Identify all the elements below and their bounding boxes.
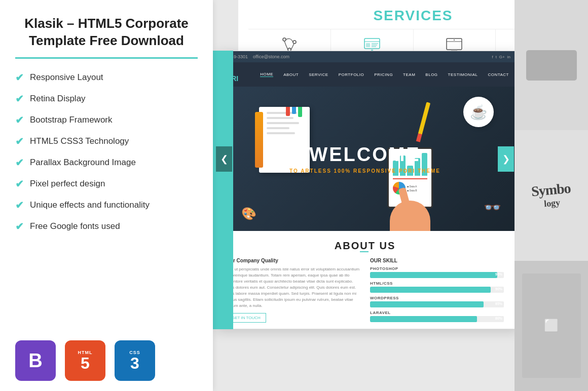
about-grid: Our Company Quality Sed ut perspiciatis … — [226, 258, 504, 325]
nav-portfolio: PORTFOLIO — [339, 72, 364, 77]
skill-pct: 85% — [495, 302, 502, 305]
thumb-placeholder: ⬜ — [522, 273, 581, 378]
notebook-bookmarks — [286, 107, 302, 117]
notebook-line — [267, 127, 289, 129]
nav-blog: BLOG — [425, 72, 437, 77]
list-item: ✔ Unique effects and functionality — [15, 199, 198, 211]
thumb-image-3: ⬜ — [514, 261, 588, 391]
finger-shape — [398, 187, 409, 204]
check-icon: ✔ — [15, 114, 24, 126]
linkedin-icon: in — [507, 55, 510, 59]
notebook-lines — [259, 107, 310, 142]
skill-pct: 80% — [495, 317, 502, 320]
check-icon: ✔ — [15, 71, 24, 84]
hero-text-block: WELCOME TO ARTLESS 100% RESPONSIVE PORI … — [289, 144, 440, 174]
features-list: ✔ Responsive Layout ✔ Retina Display ✔ B… — [15, 71, 198, 232]
nav-contact: CONTACT — [488, 72, 509, 77]
list-item: ✔ Pixel perfect design — [15, 178, 198, 190]
svg-rect-5 — [366, 43, 370, 47]
thumb-image-2: Symbo logy — [514, 130, 588, 260]
about-left: Our Company Quality Sed ut perspiciatis … — [226, 258, 360, 325]
check-icon: ✔ — [15, 135, 24, 147]
skill-row-laravel: LARAVEL 80% — [370, 310, 504, 322]
notebook-line — [267, 122, 299, 124]
left-top: Klasik – HTML5 Corporate Template Free D… — [15, 15, 198, 242]
bookmark-green — [298, 107, 302, 117]
nav-testimonial: TESTIMONIAL — [448, 72, 478, 77]
symbol-text: Symbo logy — [531, 180, 572, 211]
legend-item: ■ Data A — [407, 185, 427, 188]
slider-prev-button[interactable]: ❮ — [216, 146, 232, 172]
skill-bar-bg: 80% — [370, 316, 504, 322]
mockup-about: ABOUT US Our Company Quality Sed ut pers… — [213, 231, 517, 329]
googleplus-icon: G+ — [499, 55, 505, 59]
bookmark-red — [286, 107, 290, 116]
css3-badge: CSS 3 — [115, 340, 155, 381]
skill-row-photoshop: PHOTOSHOP 95% — [370, 266, 504, 278]
thumb-item-3[interactable]: ⬜ — [514, 261, 588, 391]
thumb-image-1 — [514, 0, 588, 130]
list-item: ✔ Free Google fonts used — [15, 220, 198, 232]
check-icon: ✔ — [15, 220, 24, 232]
bootstrap-badge: B — [15, 340, 56, 381]
thumb-keyboard — [526, 50, 577, 81]
skill-pct: 95% — [495, 272, 502, 276]
badges-row: B HTML 5 CSS 3 — [15, 340, 198, 381]
skill-label: LARAVEL — [370, 310, 504, 315]
pie-legend: ■ Data A ■ Data B — [407, 182, 427, 194]
notebook-line — [267, 132, 295, 134]
svg-point-14 — [454, 40, 455, 41]
bootstrap-letter: B — [28, 350, 42, 372]
hero-welcome-text: WELCOME — [289, 144, 440, 166]
thumb-item-1[interactable] — [514, 0, 588, 130]
about-title-text: ABOUT US — [335, 240, 395, 252]
list-item: ✔ Retina Display — [15, 93, 198, 105]
about-title: ABOUT US — [226, 240, 504, 252]
list-item: ✔ Responsive Layout — [15, 71, 198, 84]
notebook-spiral — [255, 112, 263, 168]
about-text: Sed ut perspiciatis unde omnis iste natu… — [226, 266, 360, 309]
skill-row-wordpress: WORDPRESS 85% — [370, 296, 504, 307]
skill-bar-fill — [370, 287, 491, 293]
skill-bar-bg: 85% — [370, 301, 504, 307]
notebook-line — [267, 117, 293, 119]
palette-decoration: 🎨 — [241, 207, 256, 221]
html5-badge: HTML 5 — [65, 340, 105, 381]
nav-team: TEAM — [403, 72, 415, 77]
coffee-cup-decoration: ☕ — [463, 97, 494, 127]
svg-point-0 — [283, 38, 286, 41]
nav-service: SERVICE — [309, 72, 328, 77]
hand-shape — [390, 201, 430, 231]
check-icon: ✔ — [15, 178, 24, 190]
check-icon: ✔ — [15, 157, 24, 169]
skills-col-title: OUR SKILL — [370, 258, 504, 263]
check-icon: ✔ — [15, 93, 24, 105]
skill-pct: 90% — [495, 287, 502, 291]
bookmark-blue — [292, 107, 296, 114]
svg-point-1 — [293, 41, 296, 44]
about-col-title: Our Company Quality — [226, 258, 360, 263]
glasses-decoration: 👓 — [484, 199, 501, 216]
list-item: ✔ HTML5 CSS3 Technology — [15, 135, 198, 147]
mockup-nav: ⌀ PORI HOME ABOUT SERVICE PORTFOLIO PRIC… — [213, 62, 517, 87]
skill-bar-fill — [370, 272, 497, 278]
check-icon: ✔ — [15, 199, 24, 211]
skill-bar-fill — [370, 301, 484, 307]
skill-label: HTML/CSS — [370, 281, 504, 286]
teal-accent-bar — [213, 51, 233, 329]
nav-about: ABOUT — [283, 72, 299, 77]
nav-pricing: PRICING — [374, 72, 393, 77]
thumb-item-2[interactable]: Symbo logy — [514, 130, 588, 260]
skill-label: WORDPRESS — [370, 296, 504, 300]
slider-next-button[interactable]: ❯ — [498, 146, 514, 172]
about-right: OUR SKILL PHOTOSHOP 95% HTML/CSS 90% — [370, 258, 504, 325]
topbar-social: f t G+ in — [492, 55, 510, 59]
side-thumbnails: Symbo logy ⬜ — [514, 0, 588, 391]
left-panel: Klasik – HTML5 Corporate Template Free D… — [0, 0, 213, 391]
list-item: ✔ Bootstrap Framework — [15, 114, 198, 126]
skill-label: PHOTOSHOP — [370, 266, 504, 271]
keyboard-keys — [544, 61, 559, 69]
right-panel: SERVICES GRAPHICS Lorem ipsum dolor sit … — [213, 0, 588, 391]
css3-letter: 3 — [130, 355, 139, 371]
skill-bar-bg: 95% — [370, 272, 504, 278]
